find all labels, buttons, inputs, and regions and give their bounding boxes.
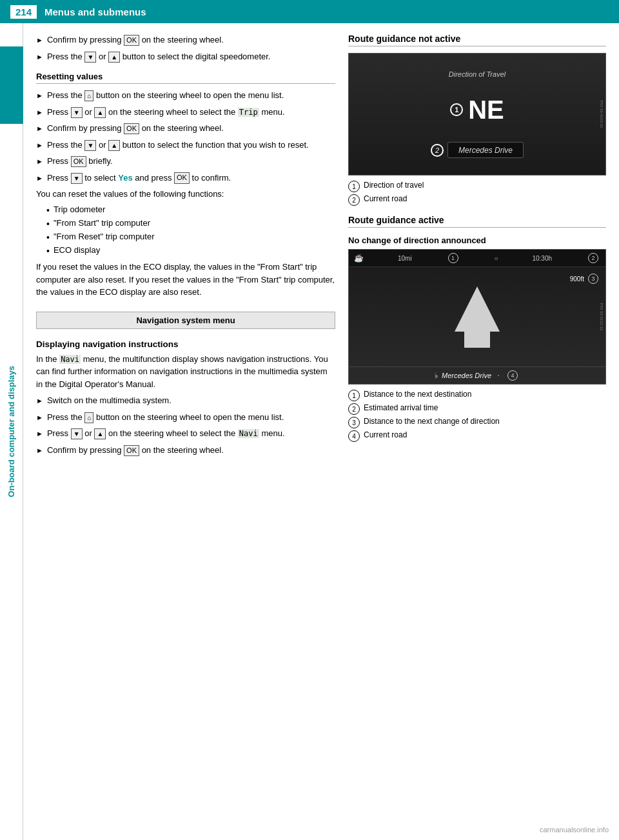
bullet-arrow-icon: ► [36, 156, 43, 167]
caption-2: 2 Current road [348, 194, 606, 206]
rv-bullet-4-text: Press the ▼ or ▲ button to select the fu… [47, 139, 335, 152]
nav-bottom-bar: ♭ Mercedes Drive 4 [349, 366, 605, 384]
dn-bullet-4-text: Confirm by pressing OK on the steering w… [47, 444, 335, 457]
reset-item-2-text: "From Start" trip computer [54, 218, 150, 228]
nav-compass-icon: ☕ [354, 254, 364, 263]
sidebar-label-text: On-board computer and displays [6, 366, 16, 497]
rv-bullet-3: ► Confirm by pressing OK on the steering… [36, 122, 335, 135]
arrow-top [455, 286, 500, 332]
caption-text-1: Direction of travel [364, 181, 424, 190]
dn-bullet-1-text: Switch on the multimedia system. [47, 394, 335, 407]
watermark: P54 33-4103-31 [596, 54, 606, 175]
reset-note: You can reset the values of the followin… [36, 188, 335, 201]
bullet-arrow-icon: ► [36, 173, 43, 184]
nav-arrow-area: 900ft 3 [349, 267, 605, 366]
ok-key: OK [71, 156, 86, 167]
dn-bullet-2-text: Press the ⌂ button on the steering wheel… [47, 411, 335, 424]
nav-badge-4: 4 [507, 370, 518, 381]
active-caption-num-1: 1 [348, 390, 360, 401]
up-key: ▲ [94, 107, 106, 118]
yes-label: Yes [118, 173, 132, 183]
road-name: Mercedes Drive [458, 146, 513, 155]
nav-direction-arrow [455, 286, 500, 348]
route-active-heading: Route guidance active [348, 215, 606, 228]
rv-bullet-6-text: Press ▼ to select Yes and press OK to co… [47, 172, 335, 185]
dot-screen-title: Direction of Travel [449, 70, 506, 78]
intro-bullet-confirm-text: Confirm by pressing OK on the steering w… [47, 34, 335, 46]
down-key: ▼ [84, 52, 96, 63]
active-caption-num-4: 4 [348, 430, 360, 442]
ok-key: OK [124, 35, 139, 46]
bullet-arrow-icon: ► [36, 52, 43, 63]
ok-key: OK [124, 445, 139, 456]
bullet-arrow-icon: ► [36, 445, 43, 456]
nav-distance-1: 10mi [398, 255, 412, 262]
bullet-arrow-icon: ► [36, 428, 43, 439]
nav-top-bar: ☕ 10mi 1 ○ 10:30h 2 [349, 250, 605, 267]
rv-bullet-4: ► Press the ▼ or ▲ button to select the … [36, 139, 335, 152]
dot-screen-road: 2 Mercedes Drive [431, 142, 524, 158]
active-caption-num-2: 2 [348, 403, 360, 415]
navi-label: Navi [238, 429, 259, 438]
rv-bullet-3-text: Confirm by pressing OK on the steering w… [47, 122, 335, 135]
nav-screen-content: ☕ 10mi 1 ○ 10:30h 2 [349, 250, 605, 384]
nav-distance-2-area: 900ft 3 [570, 274, 600, 284]
bullet-arrow-icon: ► [36, 107, 43, 118]
watermark2-text: P54 33-5122-31 [600, 303, 604, 330]
nav-badge-1: 1 [448, 253, 458, 263]
dn-bullet-2: ► Press the ⌂ button on the steering whe… [36, 411, 335, 424]
rv-bullet-6: ► Press ▼ to select Yes and press OK to … [36, 172, 335, 185]
footer-watermark: carmanualsonline.info [540, 826, 609, 834]
caption-text-2: Current road [364, 194, 407, 203]
trip-menu-label: Trip [238, 108, 259, 117]
caption-num-2: 2 [348, 194, 360, 206]
arrow-bottom [464, 332, 490, 348]
direction-of-travel-screen: Direction of Travel 1 NE 2 Mercedes Driv… [348, 53, 606, 175]
eco-note: If you reset the values in the ECO displ… [36, 261, 335, 299]
active-caption-1: 1 Distance to the next destination [348, 390, 606, 401]
bullet-arrow-icon: ► [36, 123, 43, 134]
watermark2: P54 33-5122-31 [596, 250, 606, 384]
sidebar-highlight [0, 46, 23, 124]
rv-bullet-1: ► Press the ⌂ button on the steering whe… [36, 89, 335, 102]
header-bar: 214 Menus and submenus [0, 0, 619, 23]
nav-middle: 900ft 3 [349, 267, 605, 366]
left-column: ► Confirm by pressing OK on the steering… [36, 34, 335, 460]
dot-icon: • [46, 245, 50, 257]
down-key: ▼ [71, 173, 83, 184]
road-label: Mercedes Drive [447, 142, 524, 158]
reset-item-3-text: "From Reset" trip computer [54, 232, 155, 241]
active-caption-2: 2 Estimated arrival time [348, 403, 606, 415]
rv-bullet-5: ► Press OK briefly. [36, 155, 335, 168]
displaying-nav-intro: In the Navi menu, the multifunction disp… [36, 353, 335, 391]
rv-bullet-2: ► Press ▼ or ▲ on the steering wheel to … [36, 106, 335, 119]
active-caption-text-1: Distance to the next destination [364, 390, 471, 399]
bullet-arrow-icon: ► [36, 395, 43, 406]
reset-item-1-text: Trip odometer [54, 205, 105, 214]
ok-key: OK [174, 172, 190, 183]
caption-1: 1 Direction of travel [348, 181, 606, 192]
active-caption-num-3: 3 [348, 417, 360, 428]
active-caption-4: 4 Current road [348, 430, 606, 442]
watermark-text: P54 33-4103-31 [600, 100, 604, 128]
direction-label: NE [468, 95, 504, 125]
active-caption-text-2: Estimated arrival time [364, 403, 438, 412]
header-title: Menus and submenus [44, 6, 146, 17]
rv-bullet-1-text: Press the ⌂ button on the steering wheel… [47, 89, 335, 102]
up-key: ▲ [94, 428, 106, 439]
ok-key: OK [124, 123, 139, 134]
nav-separator: ○ [494, 255, 498, 262]
up-key: ▲ [108, 140, 120, 151]
dot-screen-direction: 1 NE [450, 95, 504, 125]
active-caption-text-3: Distance to the next change of direction [364, 417, 500, 426]
main-content: ► Confirm by pressing OK on the steering… [23, 23, 619, 470]
bullet-arrow-icon: ► [36, 90, 43, 101]
intro-bullet-press: ► Press the ▼ or ▲ button to select the … [36, 50, 335, 63]
no-change-heading: No change of direction announced [348, 235, 606, 245]
route-not-active-heading: Route guidance not active [348, 34, 606, 46]
dn-bullet-4: ► Confirm by pressing OK on the steering… [36, 444, 335, 457]
down-key: ▼ [71, 107, 83, 118]
reset-item-4: • ECO display [46, 245, 335, 257]
resetting-values-heading: Resetting values [36, 72, 335, 84]
nav-menu-box: Navigation system menu [36, 312, 335, 329]
